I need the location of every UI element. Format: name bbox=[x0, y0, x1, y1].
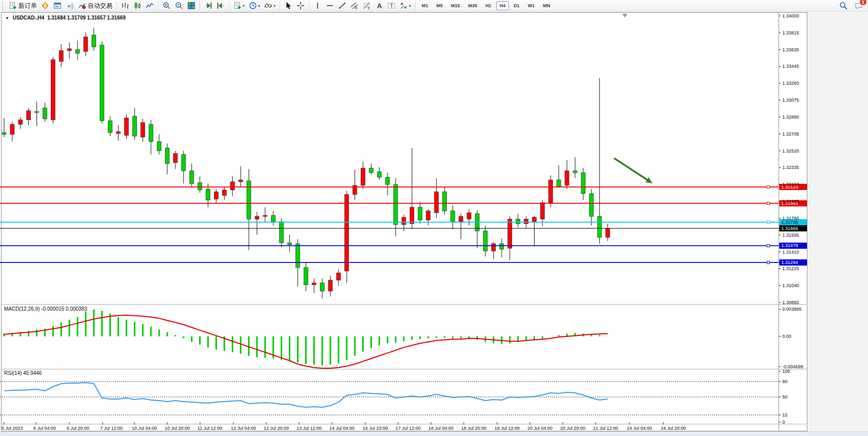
fibo-f-icon: F bbox=[363, 2, 371, 10]
clock-icon bbox=[249, 2, 257, 10]
indicators-button[interactable]: ▾ bbox=[262, 0, 278, 11]
chart-shift-icon bbox=[216, 2, 225, 10]
notifications-button[interactable]: 1 bbox=[853, 0, 865, 11]
chart-shift-button[interactable] bbox=[214, 0, 227, 11]
timeframe-m15-button[interactable]: M15 bbox=[447, 1, 464, 10]
top-toolbar: 新订单自动交易▾▾▾EFAT▾M1M5M15M30H1H4D1W1MN 1 bbox=[0, 0, 868, 12]
autoscroll-icon bbox=[204, 2, 212, 10]
signals-button[interactable] bbox=[64, 0, 76, 11]
status-strip bbox=[0, 431, 868, 436]
new-chart-button[interactable]: ▾ bbox=[231, 0, 247, 11]
new-order-button[interactable]: 新订单 bbox=[7, 0, 39, 11]
candle-icon bbox=[133, 2, 142, 10]
timeframe-h4-button[interactable]: H4 bbox=[496, 1, 509, 10]
signal-waves-icon bbox=[66, 2, 74, 10]
trendline-button[interactable] bbox=[336, 0, 348, 11]
ohlc-bars-icon bbox=[121, 2, 129, 10]
auto-scroll-button[interactable] bbox=[202, 0, 214, 11]
dropdown-caret-icon[interactable]: ▾ bbox=[273, 4, 275, 8]
toolbar-buttons: 新订单自动交易▾▾▾EFAT▾M1M5M15M30H1H4D1W1MN bbox=[7, 0, 554, 11]
hline-icon bbox=[326, 2, 334, 10]
timeframe-d1-button[interactable]: D1 bbox=[510, 1, 523, 10]
label-t-icon: T bbox=[387, 2, 396, 10]
gold-diamond-icon bbox=[41, 2, 49, 10]
cursor-arrow-icon bbox=[284, 2, 292, 10]
svg-text:T: T bbox=[390, 3, 393, 9]
arrow-shapes-icon bbox=[400, 2, 408, 10]
timeframe-w1-button[interactable]: W1 bbox=[524, 1, 539, 10]
indicator-curve-icon bbox=[264, 2, 272, 10]
timeframe-h1-button[interactable]: H1 bbox=[482, 1, 495, 10]
toolbar-separator bbox=[309, 1, 309, 10]
equidistant-channel-button[interactable]: E bbox=[348, 0, 361, 11]
timeframe-m5-button[interactable]: M5 bbox=[433, 1, 447, 10]
rsi-value: 45.9446 bbox=[23, 370, 42, 376]
terminal-button[interactable] bbox=[51, 0, 64, 11]
chart-title: ▼ USDCAD-,H4 1.31684 1.31709 1.31657 1.3… bbox=[5, 15, 126, 21]
toolbar-separator bbox=[280, 1, 280, 10]
timeframe-m1-button[interactable]: M1 bbox=[418, 1, 432, 10]
crosshair-icon bbox=[297, 2, 305, 10]
macd-indicator-label: MACD(12,26,9) -0.000015 0.000383 bbox=[4, 306, 87, 312]
new-order-button-label: 新订单 bbox=[18, 2, 37, 10]
bar-chart-button[interactable] bbox=[119, 0, 131, 11]
line-chart-button[interactable] bbox=[144, 0, 156, 11]
tiles-icon bbox=[187, 2, 195, 10]
symbol-timeframe: USDCAD-,H4 bbox=[13, 15, 45, 21]
svg-text:A: A bbox=[377, 2, 382, 10]
toolbar-separator bbox=[229, 1, 229, 10]
magnifier-minus-icon bbox=[175, 2, 183, 10]
toolbar-separator bbox=[415, 1, 416, 10]
rsi-indicator-label: RSI(14) 45.9446 bbox=[4, 370, 42, 376]
tile-windows-button[interactable] bbox=[185, 0, 198, 11]
zoom-in-button[interactable] bbox=[161, 0, 173, 11]
terminal-window-icon bbox=[53, 2, 62, 10]
macd-values: -0.000015 0.000383 bbox=[41, 306, 87, 312]
dropdown-caret-icon[interactable]: ▾ bbox=[409, 4, 411, 8]
toolbar-separator bbox=[158, 1, 159, 10]
chart-window bbox=[1, 12, 807, 431]
toolbar-grip[interactable] bbox=[2, 2, 5, 10]
arrows-button[interactable]: ▾ bbox=[398, 0, 413, 11]
autotrading-button[interactable]: 自动交易 bbox=[76, 0, 114, 11]
text-label-button[interactable]: T bbox=[385, 0, 398, 11]
line-curve-icon bbox=[146, 2, 154, 10]
notification-badge: 1 bbox=[859, 0, 867, 6]
mt4-application-window: { "toolbar": { "new_order_label": "新订单",… bbox=[0, 0, 868, 436]
timeframe-mn-button[interactable]: MN bbox=[539, 1, 554, 10]
channel-e-icon: E bbox=[350, 2, 359, 10]
dropdown-caret-icon[interactable]: ▾ bbox=[258, 4, 260, 8]
vline-icon bbox=[313, 2, 322, 10]
metaeditor-button[interactable] bbox=[39, 0, 51, 11]
vertical-line-button[interactable] bbox=[311, 0, 324, 11]
toolbar-right: 1 bbox=[837, 1, 865, 11]
zoom-out-button[interactable] bbox=[173, 0, 185, 11]
trendline-icon bbox=[338, 2, 346, 10]
workspace-background bbox=[808, 12, 868, 436]
toolbar-separator bbox=[200, 1, 200, 10]
autotrading-button-label: 自动交易 bbox=[88, 2, 112, 10]
candlestick-button[interactable] bbox=[131, 0, 144, 11]
fibonacci-button[interactable]: F bbox=[361, 0, 373, 11]
profiles-button[interactable]: ▾ bbox=[247, 0, 262, 11]
dropdown-caret-icon[interactable]: ▾ bbox=[243, 4, 245, 8]
svg-text:F: F bbox=[368, 7, 370, 10]
svg-text:E: E bbox=[356, 6, 358, 10]
doc-plus-icon bbox=[9, 2, 17, 10]
toolbar-separator bbox=[116, 1, 117, 10]
search-icon bbox=[839, 2, 847, 10]
crosshair-button[interactable] bbox=[294, 0, 307, 11]
horizontal-line-button[interactable] bbox=[324, 0, 336, 11]
ohlc-readout: 1.31684 1.31709 1.31657 1.31669 bbox=[47, 15, 126, 21]
cursor-button[interactable] bbox=[282, 0, 294, 11]
chart-menu-icon[interactable]: ▼ bbox=[5, 16, 9, 21]
search-button[interactable] bbox=[837, 0, 850, 11]
autotrading-icon bbox=[78, 2, 86, 10]
doc-plus-icon bbox=[233, 2, 242, 10]
magnifier-plus-icon bbox=[163, 2, 171, 10]
timeframe-m30-button[interactable]: M30 bbox=[465, 1, 481, 10]
text-button[interactable]: A bbox=[373, 0, 385, 11]
letter-a-icon: A bbox=[375, 2, 383, 10]
